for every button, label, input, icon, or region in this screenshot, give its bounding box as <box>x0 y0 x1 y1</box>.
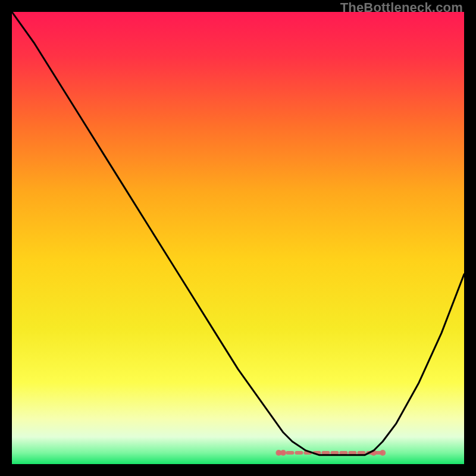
plot-background <box>12 12 464 464</box>
chart-plot <box>12 12 464 464</box>
highlight-marker <box>380 450 386 456</box>
watermark-text: TheBottleneck.com <box>340 0 463 15</box>
chart-frame <box>12 12 464 464</box>
highlight-marker <box>280 450 286 456</box>
